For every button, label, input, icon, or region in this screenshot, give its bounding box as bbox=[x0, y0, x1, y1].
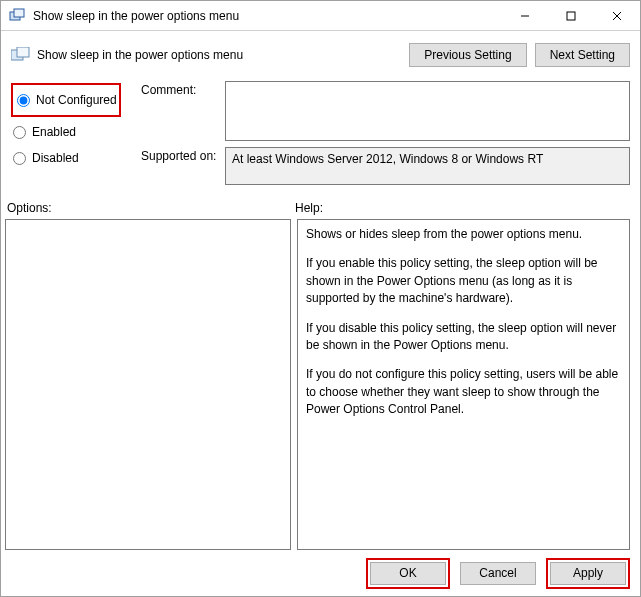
help-label: Help: bbox=[295, 201, 323, 215]
config-section: Not Configured Enabled Disabled Comment:… bbox=[1, 79, 640, 197]
maximize-button[interactable] bbox=[548, 1, 594, 31]
radio-enabled[interactable]: Enabled bbox=[11, 119, 141, 145]
svg-rect-7 bbox=[17, 47, 29, 57]
ok-button[interactable]: OK bbox=[370, 562, 446, 585]
footer: OK Cancel Apply bbox=[1, 550, 640, 596]
radio-not-configured-label: Not Configured bbox=[36, 93, 117, 107]
help-paragraph: If you do not configure this policy sett… bbox=[306, 366, 621, 418]
svg-rect-1 bbox=[14, 9, 24, 17]
radio-disabled-input[interactable] bbox=[13, 152, 26, 165]
policy-icon bbox=[11, 47, 31, 63]
minimize-button[interactable] bbox=[502, 1, 548, 31]
radio-disabled[interactable]: Disabled bbox=[11, 145, 141, 171]
highlight-not-configured: Not Configured bbox=[11, 83, 121, 117]
fields-section: Comment: Supported on: At least Windows … bbox=[141, 81, 630, 191]
help-paragraph: Shows or hides sleep from the power opti… bbox=[306, 226, 621, 243]
next-setting-button[interactable]: Next Setting bbox=[535, 43, 630, 67]
panels-row: Shows or hides sleep from the power opti… bbox=[1, 219, 640, 550]
apply-button[interactable]: Apply bbox=[550, 562, 626, 585]
gpedit-dialog-window: Show sleep in the power options menu Sho… bbox=[0, 0, 641, 597]
mid-labels: Options: Help: bbox=[1, 197, 640, 219]
cancel-button[interactable]: Cancel bbox=[460, 562, 536, 585]
window-title: Show sleep in the power options menu bbox=[33, 9, 502, 23]
comment-label: Comment: bbox=[141, 81, 225, 141]
comment-row: Comment: bbox=[141, 81, 630, 141]
supported-value: At least Windows Server 2012, Windows 8 … bbox=[225, 147, 630, 185]
comment-input[interactable] bbox=[225, 81, 630, 141]
header-row: Show sleep in the power options menu Pre… bbox=[1, 31, 640, 79]
radio-disabled-label: Disabled bbox=[32, 151, 79, 165]
help-paragraph: If you enable this policy setting, the s… bbox=[306, 255, 621, 307]
supported-row: Supported on: At least Windows Server 20… bbox=[141, 147, 630, 185]
titlebar: Show sleep in the power options menu bbox=[1, 1, 640, 31]
options-label: Options: bbox=[5, 201, 295, 215]
app-icon bbox=[9, 8, 25, 24]
help-panel: Shows or hides sleep from the power opti… bbox=[297, 219, 630, 550]
state-radio-group: Not Configured Enabled Disabled bbox=[11, 81, 141, 191]
highlight-ok: OK bbox=[366, 558, 450, 589]
header-title: Show sleep in the power options menu bbox=[37, 48, 243, 62]
radio-not-configured[interactable]: Not Configured bbox=[15, 87, 117, 113]
radio-enabled-label: Enabled bbox=[32, 125, 76, 139]
options-panel bbox=[5, 219, 291, 550]
previous-setting-button[interactable]: Previous Setting bbox=[409, 43, 526, 67]
radio-not-configured-input[interactable] bbox=[17, 94, 30, 107]
supported-label: Supported on: bbox=[141, 147, 225, 185]
close-button[interactable] bbox=[594, 1, 640, 31]
highlight-apply: Apply bbox=[546, 558, 630, 589]
help-paragraph: If you disable this policy setting, the … bbox=[306, 320, 621, 355]
svg-rect-3 bbox=[567, 12, 575, 20]
radio-enabled-input[interactable] bbox=[13, 126, 26, 139]
